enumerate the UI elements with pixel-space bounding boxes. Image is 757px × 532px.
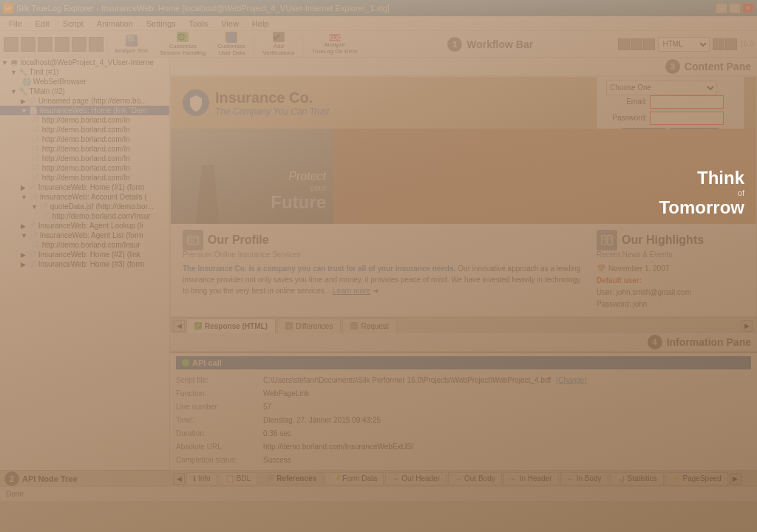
think-word: Think — [659, 168, 744, 188]
hero-think-text: Think of Tomorrow — [659, 168, 744, 218]
main-layout: ▼ 💻 localhost@WebProject_4_VUser-Interne… — [0, 58, 757, 486]
tomorrow-word: Tomorrow — [659, 197, 744, 218]
right-area: 3 Content Pane Insurance Co. The Company… — [170, 58, 757, 486]
hero-right: Think of Tomorrow — [333, 129, 756, 224]
web-content: Insurance Co. The Company You Can Trust … — [170, 76, 757, 317]
insurance-hero: Protect your Future Think of Tomorrow — [171, 129, 756, 224]
of-word: of — [659, 188, 744, 197]
